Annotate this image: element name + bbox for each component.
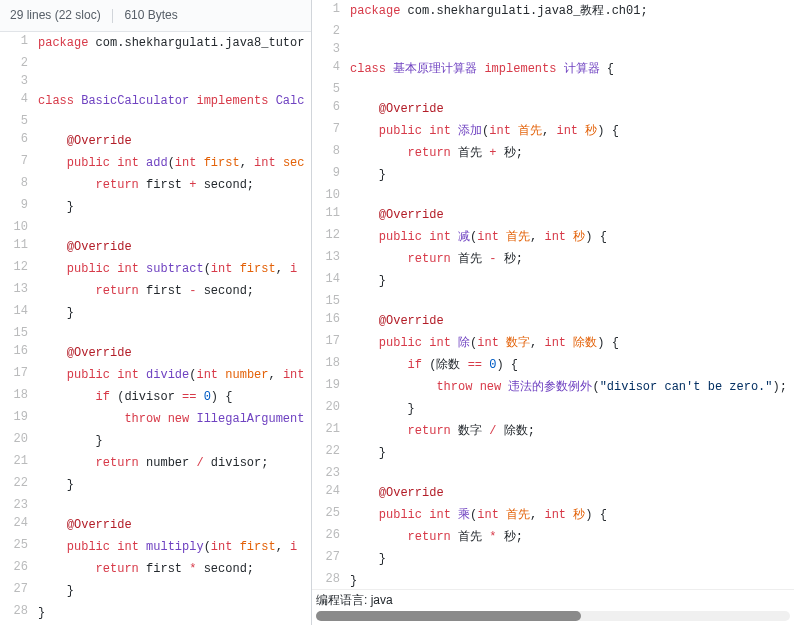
line-number[interactable]: 1	[0, 32, 38, 54]
line-number[interactable]: 23	[0, 496, 38, 514]
line-number[interactable]: 9	[312, 164, 350, 186]
code-line[interactable]	[38, 218, 311, 236]
code-line[interactable]: return number / divisor;	[38, 452, 311, 474]
code-line[interactable]: return first * second;	[38, 558, 311, 580]
code-line[interactable]	[38, 496, 311, 514]
code-line[interactable]: }	[350, 398, 794, 420]
line-number[interactable]: 26	[312, 526, 350, 548]
code-line[interactable]	[350, 40, 794, 58]
line-number[interactable]: 24	[0, 514, 38, 536]
code-line[interactable]	[38, 324, 311, 342]
code-line[interactable]: package com.shekhargulati.java8_tutor	[38, 32, 311, 54]
code-line[interactable]: class BasicCalculator implements Calc	[38, 90, 311, 112]
code-line[interactable]: }	[350, 164, 794, 186]
line-number[interactable]: 3	[312, 40, 350, 58]
line-number[interactable]: 21	[312, 420, 350, 442]
line-number[interactable]: 13	[0, 280, 38, 302]
code-line[interactable]: }	[350, 270, 794, 292]
line-number[interactable]: 4	[0, 90, 38, 112]
line-number[interactable]: 24	[312, 482, 350, 504]
code-line[interactable]: }	[38, 196, 311, 218]
code-line[interactable]: return first - second;	[38, 280, 311, 302]
line-number[interactable]: 7	[0, 152, 38, 174]
code-line[interactable]: @Override	[38, 130, 311, 152]
code-line[interactable]: }	[350, 442, 794, 464]
line-number[interactable]: 17	[0, 364, 38, 386]
code-line[interactable]: public int divide(int number, int	[38, 364, 311, 386]
line-number[interactable]: 8	[0, 174, 38, 196]
line-number[interactable]: 15	[0, 324, 38, 342]
code-line[interactable]	[38, 112, 311, 130]
line-number[interactable]: 7	[312, 120, 350, 142]
line-number[interactable]: 25	[0, 536, 38, 558]
code-line[interactable]: package com.shekhargulati.java8_教程.ch01;	[350, 0, 794, 22]
code-line[interactable]: }	[38, 474, 311, 496]
line-number[interactable]: 11	[312, 204, 350, 226]
code-line[interactable]	[350, 80, 794, 98]
code-line[interactable]: public int subtract(int first, i	[38, 258, 311, 280]
line-number[interactable]: 6	[312, 98, 350, 120]
line-number[interactable]: 19	[312, 376, 350, 398]
line-number[interactable]: 21	[0, 452, 38, 474]
code-line[interactable]: return first + second;	[38, 174, 311, 196]
line-number[interactable]: 22	[312, 442, 350, 464]
line-number[interactable]: 4	[312, 58, 350, 80]
code-line[interactable]: }	[38, 302, 311, 324]
line-number[interactable]: 20	[0, 430, 38, 452]
code-line[interactable]: }	[38, 602, 311, 624]
line-number[interactable]: 18	[0, 386, 38, 408]
code-line[interactable]	[350, 292, 794, 310]
line-number[interactable]: 19	[0, 408, 38, 430]
line-number[interactable]: 5	[312, 80, 350, 98]
code-line[interactable]: @Override	[38, 342, 311, 364]
line-number[interactable]: 11	[0, 236, 38, 258]
code-line[interactable]: throw new 违法的参数例外("divisor can't be zero…	[350, 376, 794, 398]
code-line[interactable]: @Override	[38, 514, 311, 536]
code-line[interactable]: return 首先 - 秒;	[350, 248, 794, 270]
code-line[interactable]	[38, 72, 311, 90]
code-line[interactable]: }	[38, 430, 311, 452]
line-number[interactable]: 3	[0, 72, 38, 90]
line-number[interactable]: 16	[0, 342, 38, 364]
line-number[interactable]: 27	[312, 548, 350, 570]
code-line[interactable]: throw new IllegalArgument	[38, 408, 311, 430]
line-number[interactable]: 5	[0, 112, 38, 130]
code-line[interactable]: class 基本原理计算器 implements 计算器 {	[350, 58, 794, 80]
left-code-area[interactable]: 1package com.shekhargulati.java8_tutor23…	[0, 32, 311, 625]
line-number[interactable]: 20	[312, 398, 350, 420]
code-line[interactable]: public int 乘(int 首先, int 秒) {	[350, 504, 794, 526]
code-line[interactable]: public int add(int first, int sec	[38, 152, 311, 174]
line-number[interactable]: 10	[0, 218, 38, 236]
line-number[interactable]: 28	[0, 602, 38, 624]
line-number[interactable]: 9	[0, 196, 38, 218]
right-code-area[interactable]: 1package com.shekhargulati.java8_教程.ch01…	[312, 0, 794, 625]
code-line[interactable]: return 首先 * 秒;	[350, 526, 794, 548]
scrollbar-thumb[interactable]	[316, 611, 581, 621]
horizontal-scrollbar[interactable]	[316, 611, 790, 621]
code-line[interactable]: return 数字 / 除数;	[350, 420, 794, 442]
code-line[interactable]: @Override	[350, 204, 794, 226]
line-number[interactable]: 14	[0, 302, 38, 324]
code-line[interactable]: if (除数 == 0) {	[350, 354, 794, 376]
code-line[interactable]	[38, 54, 311, 72]
line-number[interactable]: 2	[312, 22, 350, 40]
line-number[interactable]: 1	[312, 0, 350, 22]
line-number[interactable]: 18	[312, 354, 350, 376]
code-line[interactable]	[350, 186, 794, 204]
line-number[interactable]: 25	[312, 504, 350, 526]
line-number[interactable]: 23	[312, 464, 350, 482]
code-line[interactable]	[350, 22, 794, 40]
code-line[interactable]: @Override	[350, 310, 794, 332]
code-line[interactable]: @Override	[38, 236, 311, 258]
line-number[interactable]: 26	[0, 558, 38, 580]
code-line[interactable]: }	[38, 580, 311, 602]
code-line[interactable]: @Override	[350, 98, 794, 120]
line-number[interactable]: 27	[0, 580, 38, 602]
line-number[interactable]: 2	[0, 54, 38, 72]
code-line[interactable]	[350, 464, 794, 482]
code-line[interactable]: public int 除(int 数字, int 除数) {	[350, 332, 794, 354]
line-number[interactable]: 12	[0, 258, 38, 280]
line-number[interactable]: 13	[312, 248, 350, 270]
code-line[interactable]: if (divisor == 0) {	[38, 386, 311, 408]
code-line[interactable]: return 首先 + 秒;	[350, 142, 794, 164]
